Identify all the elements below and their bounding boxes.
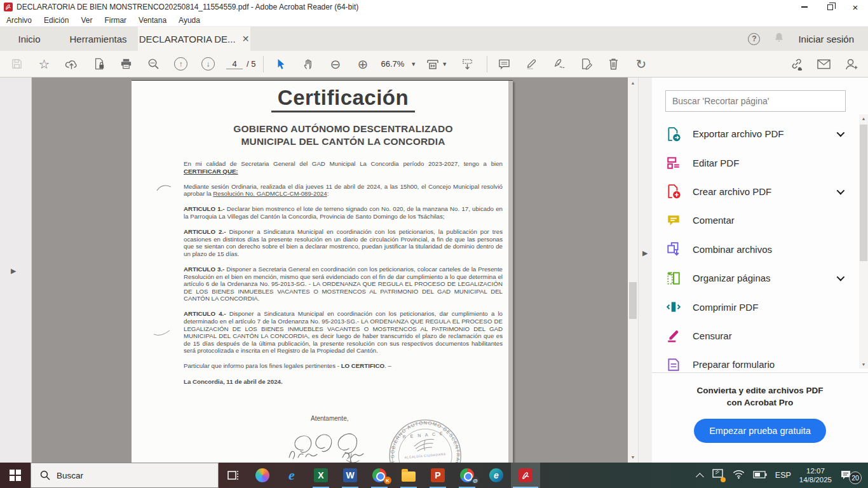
tool-export-pdf[interactable]: Exportar archivo PDF [652, 119, 859, 148]
taskbar-chrome-profile[interactable]: @ [452, 463, 482, 488]
notifications-bell-icon[interactable] [774, 32, 784, 46]
page-lock-icon[interactable] [90, 55, 108, 74]
save-icon[interactable] [8, 55, 26, 74]
doc-date-line: La Concordia, 11 de abril de 2024. [184, 378, 503, 386]
star-icon[interactable]: ☆ [35, 55, 53, 74]
page-up-icon[interactable]: ↑ [172, 55, 190, 74]
share-link-icon[interactable] [787, 55, 806, 74]
doc-org-heading: GOBIERNO AUTÓNOMO DESCENTRALIZADO MUNICI… [184, 123, 503, 148]
tools-search-input[interactable] [665, 90, 846, 112]
tools-panel-scrollbar[interactable]: ▲ ▼ [859, 114, 868, 369]
pen-mark [156, 182, 172, 193]
tool-prepare-form[interactable]: Preparar formulario [652, 350, 859, 372]
minimize-icon [801, 6, 808, 7]
menu-firmar[interactable]: Firmar [104, 16, 126, 25]
hand-tool-icon[interactable] [299, 55, 317, 74]
scroll-page-icon[interactable] [458, 55, 477, 74]
restore-button[interactable] [817, 0, 843, 14]
menu-edicion[interactable]: Edición [44, 16, 69, 25]
fit-width-icon[interactable]: ▼ [424, 55, 449, 74]
add-person-icon[interactable] [842, 55, 860, 74]
taskbar-internet-explorer[interactable]: e [277, 463, 306, 488]
chevron-down-icon[interactable] [837, 187, 845, 195]
tab-document-active[interactable]: DECLARATORIA DE... ✕ [138, 27, 250, 51]
action-center-button[interactable]: 20 [840, 466, 862, 485]
sign-in-button[interactable]: Iniciar sesión [798, 34, 854, 44]
taskbar-acrobat-active[interactable] [511, 463, 540, 488]
tablet-mode-icon[interactable] [712, 469, 724, 482]
taskbar-word[interactable]: W [336, 463, 365, 488]
start-free-trial-button[interactable]: Empezar prueba gratuita [694, 419, 826, 443]
menu-ver[interactable]: Ver [81, 16, 92, 25]
zoom-level-dropdown[interactable]: 66.7% ▼ [381, 59, 416, 69]
battery-icon[interactable] [753, 470, 767, 481]
tool-combine-files[interactable]: Combinar archivos [652, 235, 859, 264]
copilot-icon [255, 468, 269, 482]
clock[interactable]: 12:07 14/8/2025 [799, 466, 832, 484]
search-icon[interactable] [144, 55, 163, 74]
fill-sign-icon[interactable] [550, 55, 568, 74]
print-icon[interactable] [117, 55, 135, 74]
page-down-icon[interactable]: ↓ [199, 55, 217, 74]
tray-expand-icon[interactable] [696, 473, 704, 481]
tool-comment[interactable]: Comentar [652, 206, 859, 234]
trash-icon[interactable] [604, 55, 623, 74]
task-view-button[interactable] [219, 463, 248, 488]
acrobat-pro-promo: Convierta y edite archivos PDF con Acrob… [652, 372, 868, 463]
refresh-icon[interactable]: ↻ [632, 55, 650, 74]
chevron-down-icon[interactable] [837, 129, 845, 137]
document-scrollbar[interactable]: ▲ ▼ [628, 78, 638, 463]
scroll-up-icon[interactable]: ▲ [628, 81, 638, 85]
scroll-up-icon[interactable]: ▲ [859, 116, 868, 121]
menu-ayuda[interactable]: Ayuda [179, 16, 200, 25]
email-icon[interactable] [815, 55, 833, 74]
collapse-tools-pane-icon[interactable]: ▶ [642, 249, 648, 257]
signature-block: Atentamente, [184, 412, 501, 463]
tab-herramientas[interactable]: Herramientas [58, 27, 138, 51]
tab-close-icon[interactable]: ✕ [242, 34, 250, 43]
tool-edit-pdf[interactable]: Editar PDF [652, 148, 859, 177]
doc-article-1: ARTICULO 1.- Declarar bien mostrenco el … [184, 205, 503, 220]
help-icon[interactable]: ? [748, 33, 760, 45]
taskbar-edge[interactable]: e [482, 463, 511, 488]
excel-icon: X [314, 468, 328, 482]
powerpoint-icon: P [431, 468, 445, 482]
taskbar-search[interactable]: Buscar [31, 463, 219, 488]
taskbar-chrome[interactable]: K [365, 463, 394, 488]
menu-ventana[interactable]: Ventana [139, 16, 166, 25]
taskbar-excel[interactable]: X [306, 463, 336, 488]
select-cursor-icon[interactable] [271, 55, 290, 74]
close-button[interactable]: × [843, 0, 868, 14]
tab-inicio[interactable]: Inicio [0, 27, 58, 51]
tool-create-pdf[interactable]: Crear archivo PDF [652, 177, 859, 206]
scroll-down-icon[interactable]: ▼ [628, 455, 638, 459]
wifi-icon[interactable] [733, 470, 745, 482]
start-button[interactable] [0, 463, 31, 488]
taskbar-file-explorer[interactable] [394, 463, 423, 488]
page-number-input[interactable] [226, 59, 243, 69]
zoom-out-icon[interactable]: ⊖ [326, 55, 344, 74]
highlighter-icon[interactable] [522, 55, 541, 74]
taskbar-powerpoint[interactable]: P [423, 463, 452, 488]
language-indicator[interactable]: ESP [775, 471, 791, 480]
scrollbar-thumb[interactable] [629, 282, 637, 319]
comment-icon[interactable] [495, 55, 513, 74]
chevron-down-icon[interactable] [837, 273, 845, 281]
zoom-in-icon[interactable]: ⊕ [353, 55, 372, 74]
scroll-down-icon[interactable]: ▼ [859, 362, 868, 367]
tools-pane-toggle-strip: ▶ [638, 78, 652, 463]
expand-nav-pane-icon[interactable]: ▶ [11, 267, 16, 275]
tool-redact[interactable]: Censurar [652, 322, 859, 350]
cloud-upload-icon[interactable] [62, 55, 81, 74]
doc-paragraph-session: Mediante sesión Ordinaria, realizada el … [184, 183, 503, 198]
menu-archivo[interactable]: Archivo [6, 16, 32, 25]
close-icon: × [853, 3, 858, 12]
notification-count-badge: 20 [849, 471, 862, 484]
edit-page-icon[interactable] [577, 55, 595, 74]
tool-organize-pages[interactable]: Organizar páginas [652, 264, 859, 292]
taskbar-copilot[interactable] [248, 463, 277, 488]
tool-compress-pdf[interactable]: Comprimir PDF [652, 292, 859, 321]
tray-time: 12:07 [799, 466, 832, 475]
scrollbar-thumb[interactable] [860, 125, 867, 261]
minimize-button[interactable] [792, 0, 817, 14]
